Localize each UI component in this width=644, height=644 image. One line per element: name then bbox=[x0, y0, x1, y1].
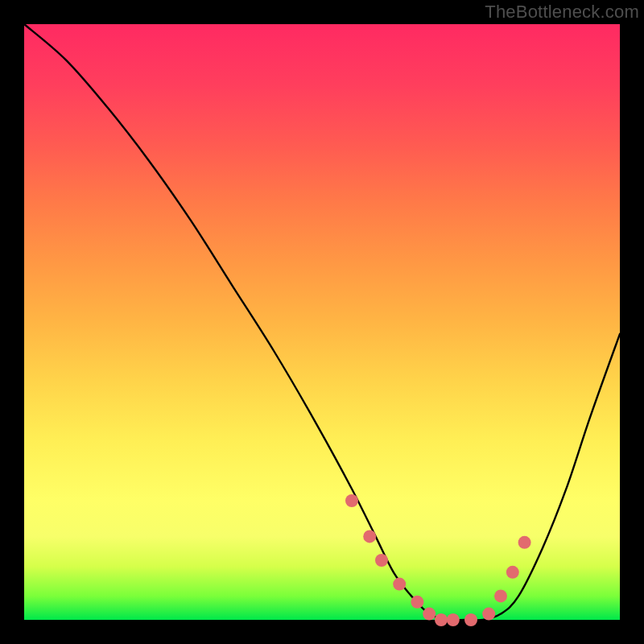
marker-point bbox=[423, 608, 436, 621]
marker-point bbox=[506, 566, 519, 579]
marker-point bbox=[435, 613, 448, 626]
marker-point bbox=[375, 554, 388, 567]
plot-svg bbox=[24, 24, 620, 620]
plot-frame bbox=[24, 24, 620, 620]
marker-point bbox=[447, 613, 460, 626]
marker-point bbox=[393, 578, 406, 591]
marker-point bbox=[363, 530, 376, 543]
marker-point bbox=[345, 494, 358, 507]
marker-point bbox=[464, 613, 477, 626]
marker-point bbox=[494, 589, 507, 602]
watermark-text: TheBottleneck.com bbox=[485, 2, 639, 23]
marker-point bbox=[411, 596, 423, 609]
marker-group bbox=[345, 494, 531, 626]
marker-point bbox=[518, 536, 531, 549]
marker-point bbox=[482, 608, 495, 621]
bottleneck-curve-line bbox=[24, 24, 620, 621]
